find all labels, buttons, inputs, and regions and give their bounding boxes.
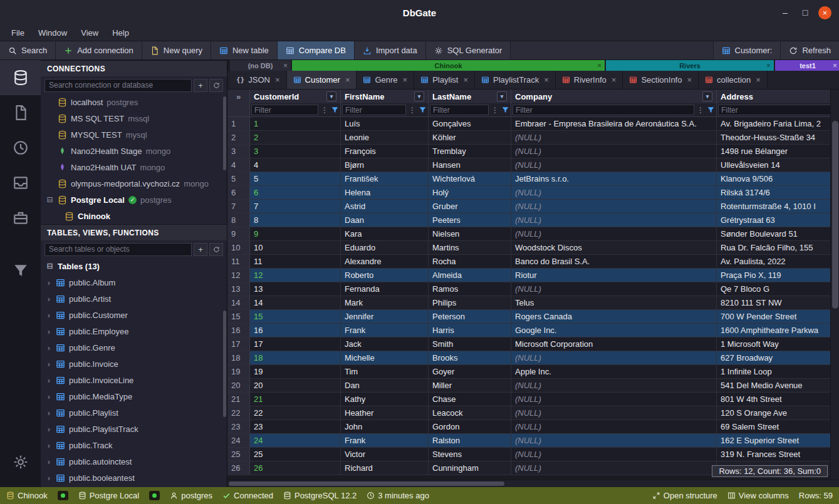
cell-customerid[interactable]: 15 [250,310,341,323]
table-public-playlist[interactable]: ›public.Playlist [41,404,227,421]
tables-group[interactable]: ⊟ Tables (13) [41,258,227,274]
activity-apps-button[interactable] [0,200,41,235]
scrollbar-thumb[interactable] [832,121,838,309]
add-connection-small-button[interactable]: + [194,79,207,92]
chevron-down-icon[interactable]: ▾ [326,91,336,101]
row-number[interactable]: 25 [227,448,250,461]
cell-address[interactable]: Av. Paulista, 2022 [717,255,839,268]
kebab-menu-icon[interactable]: ⋮ [490,106,500,115]
db-group-rivers[interactable]: Rivers× [606,60,774,71]
cell-firstname[interactable]: Daan [341,213,429,227]
cell-company[interactable]: Woodstock Discos [511,241,717,254]
cell-address[interactable]: Grétrystraat 63 [717,213,839,227]
cell-firstname[interactable]: Alexandre [341,255,429,268]
row-number[interactable]: 14 [227,296,250,309]
table-public-genre[interactable]: ›public.Genre [41,339,227,356]
cell-lastname[interactable]: Tremblay [429,145,511,158]
cell-address[interactable]: Av. Brigadeiro Faria Lima, 2 [717,117,839,130]
table-public-employee[interactable]: ›public.Employee [41,323,227,339]
cell-firstname[interactable]: Dan [341,379,429,392]
row-number[interactable]: 11 [227,255,250,268]
tab-genre[interactable]: Genre× [357,71,414,89]
cell-lastname[interactable]: Gruber [429,200,511,213]
cell-company[interactable]: (NULL) [511,186,717,199]
row-number[interactable]: 3 [227,145,250,158]
funnel-button[interactable] [501,106,509,114]
cell-firstname[interactable]: Jennifer [341,310,429,323]
chevron-right-icon[interactable]: › [46,441,52,450]
connection-nano2health-uat[interactable]: Nano2Health UATmongo [41,159,227,175]
tab-playlisttrack[interactable]: PlaylistTrack× [475,71,556,89]
column-header-customerid[interactable]: CustomerId▾ [250,90,341,103]
tab-riverinfo[interactable]: RiverInfo× [556,71,623,89]
funnel-button[interactable] [707,106,715,114]
close-icon[interactable]: × [687,75,692,85]
scrollbar-thumb[interactable] [229,481,504,486]
cell-customerid[interactable]: 13 [250,282,341,296]
tab-playlist[interactable]: Playlist× [414,71,475,89]
close-icon[interactable]: × [544,75,549,85]
chevron-down-icon[interactable]: ▾ [497,91,507,101]
chevron-right-icon[interactable]: › [46,424,52,434]
table-row[interactable]: 1818MichelleBrooks(NULL)627 Broadway [227,351,839,365]
table-row[interactable]: 88DaanPeeters(NULL)Grétrystraat 63 [227,213,839,227]
row-number[interactable]: 10 [227,241,250,254]
status-database[interactable]: Chinook [6,491,48,500]
chevron-down-icon[interactable]: ▾ [702,91,712,101]
cell-address[interactable]: 1498 rue Bélanger [717,145,839,158]
cell-address[interactable]: Praça Pio X, 119 [717,269,839,282]
row-number[interactable]: 18 [227,351,250,364]
close-icon[interactable]: × [463,75,468,85]
row-number[interactable]: 26 [227,461,250,475]
chevron-right-icon[interactable]: › [46,327,52,336]
cell-lastname[interactable]: Smith [429,337,511,351]
table-row[interactable]: 77AstridGruber(NULL)Rotenturmstraße 4, 1… [227,200,839,213]
cell-customerid[interactable]: 21 [250,393,341,406]
cell-firstname[interactable]: Bjørn [341,158,429,172]
column-header-firstname[interactable]: FirstName▾ [341,90,429,103]
cell-customerid[interactable]: 3 [250,145,341,158]
cell-lastname[interactable]: Miller [429,379,511,392]
status-last-refresh[interactable]: 3 minutes ago [367,491,429,500]
chevron-right-icon[interactable]: › [46,376,52,385]
row-number[interactable]: 2 [227,131,250,144]
row-number[interactable]: 21 [227,393,250,406]
chevron-right-icon[interactable]: › [46,294,52,304]
cell-customerid[interactable]: 24 [250,434,341,447]
cell-lastname[interactable]: Almeida [429,269,511,282]
activity-files-button[interactable] [0,95,41,130]
table-row[interactable]: 99KaraNielsen(NULL)Sønder Boulevard 51 [227,227,839,241]
cell-customerid[interactable]: 25 [250,448,341,461]
table-row[interactable]: 2121KathyChase(NULL)801 W 4th Street [227,393,839,406]
filter-input-customerid[interactable] [251,105,318,115]
funnel-button[interactable] [419,106,427,114]
activity-archive-button[interactable] [0,165,41,200]
status-row-count[interactable]: Rows: 59 [799,491,833,500]
row-number[interactable]: 6 [227,186,250,199]
cell-lastname[interactable]: Harris [429,324,511,337]
cell-company[interactable]: (NULL) [511,406,717,419]
cell-customerid[interactable]: 20 [250,379,341,392]
close-icon[interactable]: × [833,61,837,70]
cell-firstname[interactable]: František [341,172,429,185]
cell-customerid[interactable]: 26 [250,461,341,475]
connection-localhost[interactable]: localhostpostgres [41,94,227,110]
cell-customerid[interactable]: 6 [250,186,341,199]
table-row[interactable]: 44BjørnHansen(NULL)Ullevålsveien 14 [227,158,839,172]
cell-firstname[interactable]: Frank [341,434,429,447]
chevron-right-icon[interactable]: › [46,343,52,352]
tab-json[interactable]: {}JSON× [230,71,287,89]
cell-address[interactable]: Sønder Boulevard 51 [717,227,839,240]
cell-address[interactable]: 700 W Pender Street [717,310,839,323]
cell-company[interactable]: (NULL) [511,227,717,240]
tables-scrollbar[interactable] [222,275,227,482]
cell-firstname[interactable]: Frank [341,324,429,337]
close-icon[interactable]: × [345,75,350,85]
cell-address[interactable]: Theodor-Heuss-Straße 34 [717,131,839,144]
cell-lastname[interactable]: Leacock [429,406,511,419]
cell-firstname[interactable]: Kara [341,227,429,240]
table-public-customer[interactable]: ›public.Customer [41,307,227,323]
column-header-address[interactable]: Address▾ [717,90,839,103]
toolbar-compare-db-button[interactable]: Compare DB [278,41,355,59]
cell-company[interactable]: (NULL) [511,351,717,364]
